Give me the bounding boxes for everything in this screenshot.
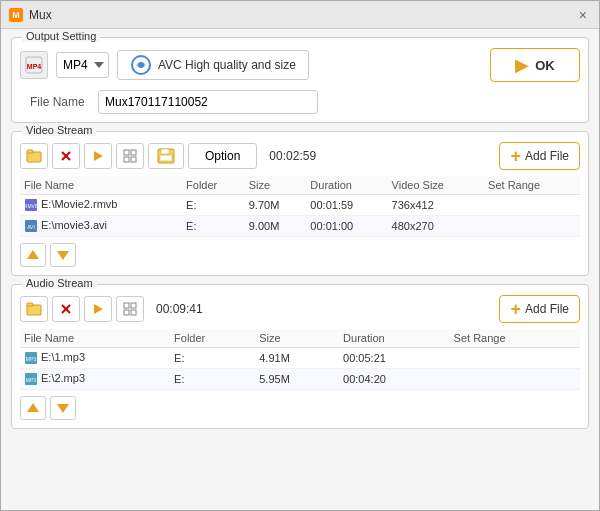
video-cell-filename: AVI E:\movie3.avi [20, 216, 182, 237]
video-file-table: File Name Folder Size Duration Video Siz… [20, 176, 580, 237]
video-table-body: RMVB E:\Movie2.rmvb E: 9.70M 00:01:59 73… [20, 195, 580, 237]
video-open-button[interactable] [20, 143, 48, 169]
format-icon: MP4 [20, 51, 48, 79]
audio-move-down-button[interactable] [50, 396, 76, 420]
output-setting-content: MP4 MP4 AVC High quality and size [12, 38, 588, 122]
svg-rect-14 [160, 155, 172, 161]
video-cell-size: 9.70M [245, 195, 307, 216]
app-icon: M [9, 8, 23, 22]
audio-cell-filename: MP3 E:\2.mp3 [20, 369, 170, 390]
svg-rect-11 [124, 157, 129, 162]
video-col-filename: File Name [20, 176, 182, 195]
video-add-file-label: Add File [525, 149, 569, 163]
video-col-duration: Duration [306, 176, 387, 195]
svg-rect-23 [27, 303, 33, 306]
svg-marker-35 [27, 403, 39, 412]
audio-cell-size: 4.91M [255, 348, 339, 369]
format-select[interactable]: MP4 [56, 52, 109, 78]
svg-rect-15 [161, 149, 169, 154]
table-row: RMVB E:\Movie2.rmvb E: 9.70M 00:01:59 73… [20, 195, 580, 216]
video-stream-label: Video Stream [22, 124, 96, 136]
audio-cell-duration: 00:04:20 [339, 369, 449, 390]
title-bar-left: M Mux [9, 8, 52, 22]
quality-button[interactable]: AVC High quality and size [117, 50, 309, 80]
svg-marker-20 [27, 250, 39, 259]
filename-label: File Name [30, 95, 90, 109]
output-format-row: MP4 MP4 AVC High quality and size [20, 48, 580, 82]
video-add-plus-icon: + [510, 147, 521, 165]
video-table-header: File Name Folder Size Duration Video Siz… [20, 176, 580, 195]
audio-play-button[interactable] [84, 296, 112, 322]
video-cell-size: 9.00M [245, 216, 307, 237]
audio-col-duration: Duration [339, 329, 449, 348]
svg-text:MP4: MP4 [27, 63, 42, 70]
video-duration: 00:02:59 [269, 149, 495, 163]
audio-move-up-button[interactable] [20, 396, 46, 420]
close-button[interactable]: × [575, 7, 591, 23]
video-col-size: Size [245, 176, 307, 195]
audio-move-buttons [20, 396, 580, 420]
audio-duration: 00:09:41 [156, 302, 495, 316]
video-cell-videosize: 480x270 [388, 216, 485, 237]
filename-input[interactable] [98, 90, 318, 114]
main-content: Output Setting MP4 MP4 [1, 29, 599, 510]
svg-marker-36 [57, 404, 69, 413]
audio-table-header: File Name Folder Size Duration Set Range [20, 329, 580, 348]
quality-text: AVC High quality and size [158, 58, 296, 72]
video-move-down-button[interactable] [50, 243, 76, 267]
svg-text:AVI: AVI [27, 224, 35, 230]
svg-point-3 [138, 62, 144, 68]
video-add-file-button[interactable]: + Add File [499, 142, 580, 170]
audio-stream-content: 00:09:41 + Add File File Name Folder Siz… [12, 285, 588, 428]
audio-col-filename: File Name [20, 329, 170, 348]
audio-file-table: File Name Folder Size Duration Set Range… [20, 329, 580, 390]
svg-text:MP3: MP3 [26, 356, 37, 362]
audio-add-file-label: Add File [525, 302, 569, 316]
audio-col-setrange: Set Range [450, 329, 580, 348]
svg-marker-8 [94, 151, 103, 161]
video-play-button[interactable] [84, 143, 112, 169]
video-cell-duration: 00:01:00 [306, 216, 387, 237]
svg-rect-12 [131, 157, 136, 162]
video-move-up-button[interactable] [20, 243, 46, 267]
svg-rect-10 [131, 150, 136, 155]
video-col-folder: Folder [182, 176, 245, 195]
video-move-buttons [20, 243, 580, 267]
audio-grid-button[interactable] [116, 296, 144, 322]
video-cell-folder: E: [182, 216, 245, 237]
table-row: MP3 E:\1.mp3 E: 4.91M 00:05:21 [20, 348, 580, 369]
audio-table-body: MP3 E:\1.mp3 E: 4.91M 00:05:21 MP3 E:\2.… [20, 348, 580, 390]
svg-rect-29 [124, 310, 129, 315]
svg-text:RMVB: RMVB [24, 203, 38, 209]
svg-rect-5 [27, 150, 33, 153]
audio-toolbar: 00:09:41 + Add File [20, 295, 580, 323]
audio-cell-setrange [450, 348, 580, 369]
audio-add-file-button[interactable]: + Add File [499, 295, 580, 323]
audio-cell-size: 5.95M [255, 369, 339, 390]
audio-delete-button[interactable] [52, 296, 80, 322]
audio-cell-duration: 00:05:21 [339, 348, 449, 369]
video-grid-button[interactable] [116, 143, 144, 169]
video-option-button[interactable]: Option [188, 143, 257, 169]
svg-rect-9 [124, 150, 129, 155]
audio-cell-folder: E: [170, 348, 255, 369]
video-save-button[interactable] [148, 143, 184, 169]
audio-stream-label: Audio Stream [22, 277, 97, 289]
ok-label: OK [535, 58, 555, 73]
video-delete-button[interactable] [52, 143, 80, 169]
video-stream-section: Video Stream [11, 131, 589, 276]
audio-open-button[interactable] [20, 296, 48, 322]
audio-cell-setrange [450, 369, 580, 390]
video-cell-setrange [484, 195, 580, 216]
output-setting-label: Output Setting [22, 30, 100, 42]
video-stream-content: Option 00:02:59 + Add File File Name Fol… [12, 132, 588, 275]
output-setting-section: Output Setting MP4 MP4 [11, 37, 589, 123]
svg-marker-26 [94, 304, 103, 314]
title-bar: M Mux × [1, 1, 599, 29]
svg-text:MP3: MP3 [26, 377, 37, 383]
svg-rect-27 [124, 303, 129, 308]
audio-stream-section: Audio Stream [11, 284, 589, 429]
window-title: Mux [29, 8, 52, 22]
audio-cell-filename: MP3 E:\1.mp3 [20, 348, 170, 369]
ok-button[interactable]: ▶ OK [490, 48, 580, 82]
